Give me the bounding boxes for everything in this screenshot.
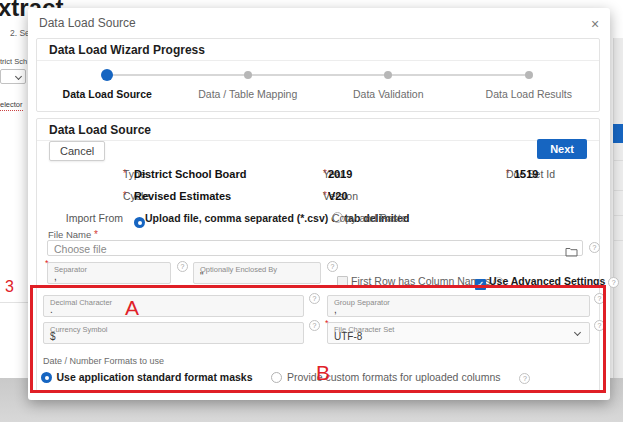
wizard-step-data-validation: Data Validation	[318, 61, 459, 100]
help-icon[interactable]: ?	[309, 320, 320, 331]
source-card-title: Data Load Source	[37, 119, 599, 141]
bg-row-line	[614, 240, 623, 241]
separator-value: ,	[54, 271, 57, 282]
decimal-character-label: Decimal Character	[50, 298, 112, 307]
year-value: 2019	[328, 168, 352, 180]
formats-label: Date / Number Formats to use	[43, 356, 164, 366]
browse-files-icon[interactable]	[565, 243, 578, 261]
wizard-step-data-load-source: Data Load Source	[37, 61, 178, 100]
currency-symbol-value: $	[50, 331, 56, 342]
bg-field-label: trict Sch	[0, 57, 27, 66]
version-value: V20	[328, 190, 348, 202]
help-icon[interactable]: ?	[519, 373, 530, 384]
doc-set-id-value: 1519	[514, 168, 538, 180]
step-label: Data Validation	[318, 88, 459, 100]
required-icon: *	[325, 318, 329, 328]
screen: xtract 2. Sele trict Sch elector Data Lo…	[0, 0, 623, 422]
separator-input[interactable]: * Separator ,	[47, 262, 171, 284]
help-icon[interactable]: ?	[309, 293, 320, 304]
chevron-down-icon	[574, 329, 581, 336]
upload-file-radio[interactable]: Upload file, comma separated (*.csv) or …	[134, 212, 145, 230]
group-separator-value: ,	[334, 304, 337, 315]
step-dot	[244, 71, 252, 79]
help-icon[interactable]: ?	[594, 293, 605, 304]
wizard-steps: Data Load Source Data / Table Mapping Da…	[37, 61, 599, 111]
step-label: Data Load Source	[37, 88, 178, 100]
bg-select[interactable]	[0, 69, 26, 84]
optionally-enclosed-by-input[interactable]: Optionally Enclosed By "	[193, 262, 321, 284]
cycle-value: Revised Estimates	[134, 190, 231, 202]
wizard-progress-card: Data Load Wizard Progress Data Load Sour…	[36, 38, 600, 112]
radio-selected-icon	[41, 372, 52, 383]
bg-row-line	[614, 215, 623, 216]
currency-symbol-input[interactable]: Currency Symbol $	[43, 322, 304, 344]
wizard-step-data-load-results: Data Load Results	[459, 61, 600, 100]
row-cycle-version: *Cycle Revised Estimates *Version V20	[37, 190, 599, 204]
formats-radio-group: Use application standard format masks Pr…	[41, 367, 530, 385]
file-name-label: File Name *	[48, 229, 101, 240]
step-dot-active	[101, 69, 113, 81]
help-icon[interactable]: ?	[594, 320, 605, 331]
separator-label: Separator	[54, 265, 87, 274]
enclosed-by-label: Optionally Enclosed By	[200, 265, 277, 274]
checkbox-checked-icon: ✓	[475, 279, 486, 290]
enclosed-by-value: "	[200, 271, 204, 282]
step-dot	[525, 71, 533, 79]
data-load-source-card: Data Load Source Cancel Next *Type Distr…	[36, 118, 600, 392]
annotation-letter-a: A	[125, 296, 139, 320]
bg-selector-link[interactable]: elector	[0, 100, 23, 111]
annotation-number-3: 3	[5, 278, 14, 296]
use-advanced-settings-checkbox[interactable]: ✓Use Advanced Settings?	[475, 271, 619, 290]
radio-selected-icon	[134, 217, 145, 228]
row-type-year-docset: *Type District School Board *Year 2019 *…	[37, 168, 599, 182]
group-separator-label: Group Separator	[334, 298, 390, 307]
bg-row-line	[614, 190, 623, 191]
cancel-button[interactable]: Cancel	[49, 141, 105, 161]
step-label: Data Load Results	[459, 88, 600, 100]
radio-unselected-icon	[271, 372, 282, 383]
file-name-placeholder: Choose file	[54, 243, 107, 255]
help-icon[interactable]: ?	[589, 242, 600, 253]
custom-format-radio[interactable]: Provide custom formats for uploaded colu…	[271, 367, 500, 384]
decimal-character-value: .	[50, 304, 53, 315]
dialog-title: Data Load Source	[39, 16, 136, 30]
group-separator-input[interactable]: Group Separator ,	[327, 295, 590, 317]
annotation-letter-b: B	[316, 361, 330, 385]
file-name-input[interactable]: Choose file	[47, 240, 583, 256]
import-from-label: Import From	[37, 212, 123, 224]
bg-right-panel	[613, 38, 623, 378]
bg-divider	[0, 302, 28, 303]
help-icon[interactable]: ?	[608, 277, 619, 288]
file-character-set-select[interactable]: * File Character Set UTF-8	[327, 322, 590, 344]
file-character-set-value: UTF-8	[334, 331, 362, 342]
step-label: Data / Table Mapping	[178, 88, 319, 100]
row-import-from: Import From Upload file, comma separated…	[37, 212, 599, 226]
help-icon[interactable]: ?	[177, 261, 188, 272]
step-dot	[384, 71, 392, 79]
wizard-step-data-table-mapping: Data / Table Mapping	[178, 61, 319, 100]
wizard-progress-title: Data Load Wizard Progress	[37, 39, 599, 61]
next-button[interactable]: Next	[537, 139, 587, 159]
data-load-source-dialog: Data Load Source × Data Load Wizard Prog…	[28, 8, 610, 400]
currency-symbol-label: Currency Symbol	[50, 325, 108, 334]
checkbox-unchecked-icon	[337, 276, 348, 287]
close-icon[interactable]: ×	[587, 17, 603, 33]
type-value: District School Board	[134, 168, 246, 180]
standard-format-radio[interactable]: Use application standard format masks	[41, 367, 253, 384]
required-icon: *	[45, 258, 49, 268]
bg-row-line	[614, 160, 623, 161]
decimal-character-input[interactable]: Decimal Character .	[43, 295, 304, 317]
chevron-down-icon	[15, 73, 22, 80]
required-icon: *	[94, 229, 98, 240]
bg-blue-button-fragment	[613, 124, 623, 143]
